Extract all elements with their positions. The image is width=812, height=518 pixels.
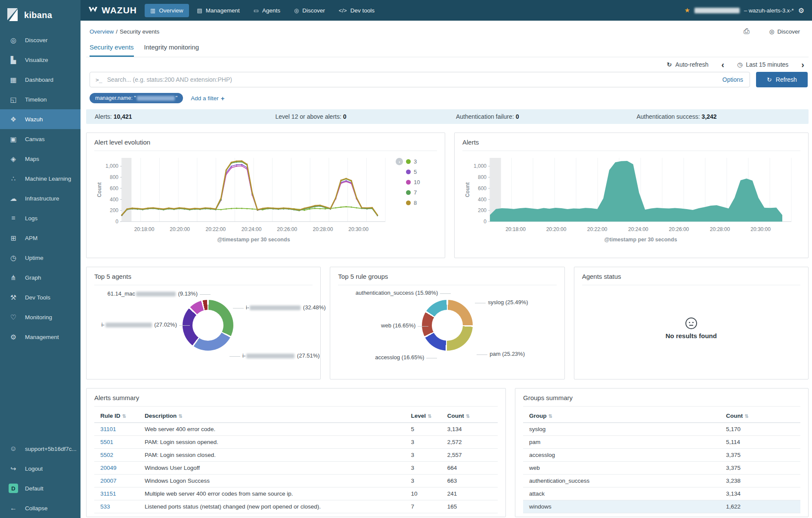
sidebar-item-machine-learning[interactable]: ∴Machine Learning: [0, 169, 81, 188]
discover-icon: ◎: [9, 36, 18, 44]
sidebar-item-management[interactable]: ⚙Management: [0, 327, 81, 347]
top5-agents-donut[interactable]: i- (32.48%)i- (27.51%)i- (27.02%)61.14_m…: [94, 288, 313, 376]
wazuh-brand[interactable]: WAZUH: [88, 5, 137, 15]
alerts-summary-title: Alerts summary: [94, 388, 498, 407]
sidebar-item-timelion[interactable]: ◱Timelion: [0, 89, 81, 109]
breadcrumb-overview-link[interactable]: Overview: [90, 28, 114, 35]
rule-id-link[interactable]: 20049: [94, 462, 139, 475]
line-chart[interactable]: 02004006008001,000Count20:18:0020:20:002…: [94, 153, 396, 246]
index-pattern-label[interactable]: – wazuh-alerts-3.x-*: [744, 7, 794, 14]
svg-text:20:30:00: 20:30:00: [750, 226, 771, 232]
discover-shortcut[interactable]: ◎ Discover: [769, 28, 800, 35]
svg-text:200: 200: [110, 207, 118, 213]
topnav-discover[interactable]: ◎Discover: [288, 4, 331, 17]
tab-security-events[interactable]: Security events: [90, 43, 134, 57]
legend-item-8[interactable]: 8: [406, 200, 434, 206]
sidebar-footer-logout[interactable]: ↪Logout: [0, 459, 81, 478]
print-icon[interactable]: ⎙: [744, 27, 750, 36]
column-header-count[interactable]: Count⇅: [720, 409, 800, 423]
refresh-button[interactable]: ↻ Refresh: [756, 72, 808, 87]
rule-id-link[interactable]: 5501: [94, 436, 139, 449]
rule-id-link[interactable]: 31151: [94, 487, 139, 500]
sidebar-item-canvas[interactable]: ▣Canvas: [0, 129, 81, 149]
rule-groups-donut-ring[interactable]: [422, 300, 473, 351]
legend-expand-chevron-icon[interactable]: ›: [396, 158, 403, 165]
sidebar-item-infrastructure[interactable]: ☁Infrastructure: [0, 188, 81, 208]
gear-icon[interactable]: ⚙: [798, 6, 804, 15]
wazuh-brand-text: WAZUH: [102, 5, 137, 15]
star-icon[interactable]: ★: [685, 6, 690, 14]
stat-label: Authentication failure:: [456, 113, 514, 120]
sidebar-item-dev-tools[interactable]: ⚒Dev Tools: [0, 287, 81, 307]
sidebar-footer-default[interactable]: DDefault: [0, 478, 81, 498]
kibana-logo[interactable]: kibana: [0, 0, 81, 30]
sidebar-item-visualize[interactable]: ▙Visualize: [0, 50, 81, 70]
management-icon: ▤: [197, 7, 202, 14]
topnav-dev-tools[interactable]: </>Dev tools: [333, 4, 380, 17]
area-chart[interactable]: 02004006008001,000Count20:18:0020:20:002…: [462, 153, 800, 246]
column-header-group[interactable]: Group⇅: [523, 409, 720, 423]
topnav-management[interactable]: ▤Management: [192, 4, 245, 17]
legend-item-3[interactable]: 3: [406, 158, 417, 165]
top5-rule-groups-title: Top 5 rule groups: [338, 267, 556, 285]
sidebar-item-discover[interactable]: ◎Discover: [0, 30, 81, 50]
column-header-rule-id[interactable]: Rule ID⇅: [94, 409, 139, 423]
alerts-card: Alerts 02004006008001,000Count20:18:0020…: [454, 133, 809, 258]
column-header-level[interactable]: Level⇅: [405, 409, 441, 423]
legend-item-7[interactable]: 7: [406, 189, 434, 196]
rule-id-link[interactable]: 5502: [94, 449, 139, 462]
table-cell: windows: [523, 500, 720, 513]
top5-rule-groups-donut[interactable]: syslog (25.49%)pam (25.23%)accesslog (16…: [338, 288, 556, 376]
sidebar-item-label: Canvas: [25, 136, 45, 142]
time-range-button[interactable]: ◷ Last 15 minutes: [737, 61, 788, 68]
rule-id-link[interactable]: 20007: [94, 475, 139, 487]
filter-pill[interactable]: manager.name: " ": [90, 93, 183, 103]
sidebar-item-label: Monitoring: [25, 314, 52, 321]
time-back-chevron-icon[interactable]: ‹: [722, 62, 725, 68]
table-cell: accesslog: [523, 449, 720, 462]
sidebar-item-label: Logs: [25, 215, 37, 222]
infrastructure-icon: ☁: [9, 194, 18, 203]
sidebar-item-dashboard[interactable]: ▦Dashboard: [0, 70, 81, 89]
uptime-icon: ◷: [9, 254, 18, 262]
sidebar-item-uptime[interactable]: ◷Uptime: [0, 248, 81, 268]
sidebar-item-maps[interactable]: ◈Maps: [0, 149, 81, 169]
legend-item-10[interactable]: 10: [406, 179, 434, 185]
legend-item-5[interactable]: 5: [406, 169, 434, 175]
sidebar-item-label: Discover: [25, 37, 48, 43]
graph-icon: ⋔: [9, 274, 18, 282]
search-input[interactable]: [107, 76, 718, 83]
agents-donut-ring[interactable]: [183, 300, 233, 351]
legend-dot: [406, 200, 411, 205]
sidebar-footer-support-5b16df7c[interactable]: ☺support+5b16df7c...: [0, 439, 81, 459]
svg-text:0: 0: [483, 219, 487, 225]
sidebar-item-apm[interactable]: ⊞APM: [0, 228, 81, 248]
clock-icon: ◷: [737, 61, 742, 68]
sidebar-footer-collapse[interactable]: ←Collapse: [0, 498, 81, 518]
table-cell: PAM: Login session opened.: [139, 436, 405, 449]
topnav-overview[interactable]: ▥Overview: [145, 4, 189, 17]
topnav-agents[interactable]: ▭Agents: [248, 4, 286, 17]
tab-integrity-monitoring[interactable]: Integrity monitoring: [144, 43, 199, 57]
sidebar-item-graph[interactable]: ⋔Graph: [0, 268, 81, 287]
column-header-count[interactable]: Count⇅: [441, 409, 498, 423]
sidebar-item-label: Maps: [25, 156, 39, 162]
table-cell: 664: [441, 462, 498, 475]
sidebar-item-logs[interactable]: ≡Logs: [0, 208, 81, 228]
svg-text:400: 400: [478, 197, 487, 203]
sidebar-item-monitoring[interactable]: ♡Monitoring: [0, 307, 81, 327]
wazuh-icon: ❖: [9, 115, 18, 123]
breadcrumb: Overview / Security events ⎙ ◎ Discover: [86, 21, 809, 37]
stat-level-12-or-above-alerts: Level 12 or above alerts:0: [267, 113, 448, 120]
default-space-badge: D: [9, 484, 18, 493]
sidebar-item-label: Infrastructure: [25, 195, 59, 202]
rule-id-link[interactable]: 31101: [94, 423, 139, 436]
rule-id-link[interactable]: 533: [94, 500, 139, 513]
sidebar-item-wazuh[interactable]: ❖Wazuh: [0, 109, 81, 129]
auto-refresh-button[interactable]: ↻ Auto-refresh: [667, 61, 709, 68]
options-link[interactable]: Options: [722, 76, 744, 83]
table-cell: 3,375: [720, 462, 800, 475]
column-header-description[interactable]: Description⇅: [139, 409, 405, 423]
time-forward-chevron-icon[interactable]: ›: [801, 62, 804, 68]
add-filter-button[interactable]: Add a filter +: [191, 95, 224, 102]
